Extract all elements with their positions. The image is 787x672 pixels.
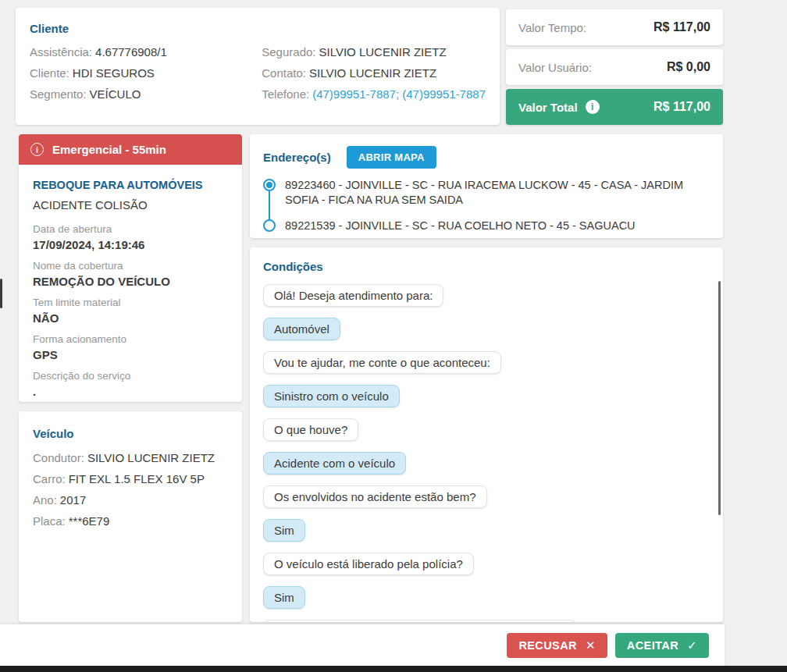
field-label: Condutor: (33, 451, 84, 464)
field-value: SILVIO LUCENIR ZIETZ (87, 451, 215, 464)
chat-bubble-text: Sinistro com o veículo (274, 389, 389, 403)
detail-value: . (33, 385, 228, 398)
route-marker-icon (263, 219, 276, 232)
field-label: Carro: (33, 472, 66, 485)
chat-bubble: Sinistro com o veículo (263, 385, 400, 407)
field-label: Cliente: (30, 66, 69, 80)
chat-bubble: Sim (263, 586, 305, 609)
aceitar-button-label: ACEITAR (627, 639, 678, 652)
chat-bubble-text: Os envolvidos no acidente estão bem? (274, 490, 476, 503)
detail-group: Forma acionamento GPS (33, 333, 228, 361)
open-map-button[interactable]: ABRIR MAPA (347, 146, 436, 169)
chat-bubble: O veículo está liberado pela polícia? (263, 553, 474, 575)
vehicle-card-title: Veículo (33, 427, 228, 440)
chat-bubble-text: Acidente com o veículo (274, 457, 395, 470)
field-row: Telefone:(47)99951-7887; (47)99951-7887 (262, 87, 486, 101)
check-icon: ✓ (687, 638, 697, 652)
chat-bubble-text: Vou te ajudar, me conte o que aconteceu: (274, 356, 490, 369)
field-row: Segmento:VEÍCULO (30, 87, 262, 101)
field-label: Telefone: (262, 87, 309, 101)
detail-value: GPS (33, 348, 228, 361)
chat-bubble: Olá! Deseja atendimento para: (263, 284, 443, 307)
aceitar-button[interactable]: ACEITAR ✓ (615, 633, 709, 658)
page: Cliente Assistência:4.67776908/1 Cliente… (0, 0, 787, 672)
client-fields-right: Segurado:SILVIO LUCENIR ZIETZ Contato:SI… (262, 45, 486, 101)
vehicle-card: Veículo Condutor:SILVIO LUCENIR ZIETZ Ca… (19, 411, 242, 622)
info-outline-icon: i (30, 143, 44, 156)
recusar-button-label: RECUSAR (518, 639, 577, 652)
chat-bubble: Automóvel (263, 318, 340, 340)
detail-group: Nome da cobertura REMOÇÃO DO VEÍCULO (33, 260, 228, 288)
address-list: 89223460 - JOINVILLE - SC - RUA IRACEMA … (263, 178, 710, 233)
detail-label: Tem limite material (33, 297, 228, 309)
client-fields-left: Assistência:4.67776908/1 Cliente:HDI SEG… (30, 45, 262, 101)
detail-label: Nome da cobertura (33, 260, 228, 272)
service-details: Data de abertura 17/09/2024, 14:19:46 No… (33, 223, 228, 398)
chat-bubble: Acidente com o veículo (263, 452, 406, 475)
bottom-black-bar (0, 666, 787, 672)
detail-group: Descrição do serviço . (33, 370, 228, 398)
chat-bubble-text: O veículo está liberado pela polícia? (274, 557, 463, 571)
chat-bubble-text: Automóvel (274, 322, 329, 336)
chat-bubble: Sim (263, 519, 305, 542)
field-value: 2017 (60, 493, 86, 507)
total-row: Valor Usuário: R$ 0,00 (506, 49, 723, 85)
field-row: Ano:2017 (33, 493, 228, 507)
footer-bar: RECUSAR ✕ ACEITAR ✓ (0, 624, 725, 666)
chat-bubble: O veículo colidiu em um obstáculo ou em … (263, 620, 576, 622)
client-grid: Assistência:4.67776908/1 Cliente:HDI SEG… (30, 45, 486, 101)
info-icon[interactable]: i (586, 100, 600, 114)
field-row: Segurado:SILVIO LUCENIR ZIETZ (262, 45, 486, 59)
addresses-card: Endereço(s) ABRIR MAPA 89223460 - JOINVI… (250, 134, 723, 238)
recusar-button[interactable]: RECUSAR ✕ (507, 633, 607, 658)
field-value: FIT EXL 1.5 FLEX 16V 5P (69, 472, 205, 485)
detail-label: Data de abertura (33, 223, 228, 236)
left-scrollbar-thumb[interactable] (0, 279, 2, 308)
total-label: Valor Usuário: (518, 61, 592, 74)
total-label: Valor Tempo: (518, 21, 586, 34)
detail-group: Tem limite material NÃO (33, 297, 228, 325)
address-text: 89223460 - JOINVILLE - SC - RUA IRACEMA … (285, 178, 710, 208)
field-row: Contato:SILVIO LUCENIR ZIETZ (262, 66, 486, 80)
field-label: Contato: (262, 66, 306, 80)
client-card: Cliente Assistência:4.67776908/1 Cliente… (16, 8, 500, 125)
chat-bubble: Vou te ajudar, me conte o que aconteceu: (263, 351, 501, 374)
total-final-label: Valor Total (518, 101, 578, 114)
conditions-card: Condições Olá! Deseja atendimento para: … (250, 247, 723, 622)
chat-bubble-text: Olá! Deseja atendimento para: (274, 289, 433, 302)
service-subtitle: ACIDENTE COLISÃO (33, 198, 228, 212)
detail-label: Descrição do serviço (33, 370, 228, 382)
field-label: Placa: (33, 514, 66, 528)
total-final-label-wrap: Valor Total i (518, 100, 600, 114)
field-value: SILVIO LUCENIR ZIETZ (319, 45, 447, 59)
field-label: Assistência: (30, 45, 92, 59)
detail-label: Forma acionamento (33, 333, 228, 346)
address-text: 89221539 - JOINVILLE - SC - RUA COELHO N… (285, 219, 636, 233)
field-label: Segurado: (262, 45, 315, 59)
totals-panel: Valor Tempo: R$ 117,00 Valor Usuário: R$… (506, 9, 723, 125)
total-final-row: Valor Total i R$ 117,00 (506, 89, 723, 125)
field-value: SILVIO LUCENIR ZIETZ (309, 66, 436, 80)
field-value: 4.67776908/1 (95, 45, 167, 59)
conditions-scrollbar-thumb[interactable] (718, 281, 721, 515)
field-value: ***6E79 (69, 514, 110, 528)
emergency-banner: i Emergencial - 55min (19, 134, 242, 165)
total-value: R$ 0,00 (667, 60, 710, 74)
field-value[interactable]: (47)99951-7887; (47)99951-7887 (312, 87, 486, 101)
client-card-title: Cliente (30, 22, 486, 35)
field-row: Cliente:HDI SEGUROS (30, 66, 262, 80)
route-marker-icon (263, 179, 276, 191)
total-final-value: R$ 117,00 (653, 100, 710, 114)
address-item: 89221539 - JOINVILLE - SC - RUA COELHO N… (263, 219, 710, 233)
emergency-banner-label: Emergencial - 55min (52, 143, 166, 156)
detail-value: REMOÇÃO DO VEÍCULO (33, 275, 228, 288)
field-row: Condutor:SILVIO LUCENIR ZIETZ (33, 451, 228, 464)
detail-value: 17/09/2024, 14:19:46 (33, 238, 228, 251)
field-label: Ano: (33, 493, 57, 507)
conditions-chat: Olá! Deseja atendimento para: Automóvel … (263, 284, 710, 622)
total-value: R$ 117,00 (653, 20, 710, 34)
field-value: VEÍCULO (90, 87, 141, 101)
chat-bubble: Os envolvidos no acidente estão bem? (263, 485, 487, 508)
close-icon: ✕ (586, 638, 596, 652)
service-title: REBOQUE PARA AUTOMÓVEIS (33, 179, 228, 191)
